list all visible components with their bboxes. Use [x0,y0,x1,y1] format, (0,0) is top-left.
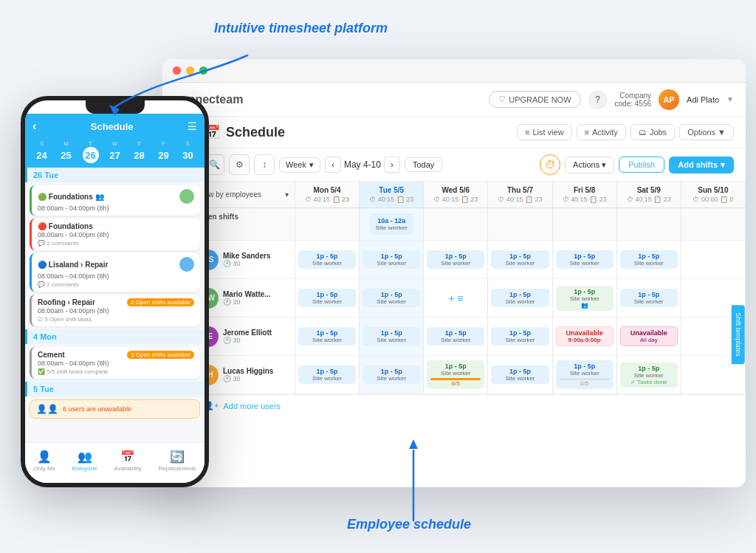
help-button[interactable]: ? [588,90,608,109]
lucas-sat[interactable]: 1p - 5p Site worker ✓ Tasks done [617,356,681,394]
mario-tue[interactable]: 1p - 5pSite worker [360,279,424,317]
lucas-wed[interactable]: 1p - 5p Site worker 6/5 [424,356,488,394]
open-shift-thu [488,208,552,240]
close-button[interactable] [173,66,181,75]
mon-label: Mon 5/4 [301,186,353,194]
mike-tue[interactable]: 1p - 5pSite worker [360,241,424,278]
employee-row-lucas: LH Lucas Higgins 🕐 30 1p - 5pSite worker… [192,356,746,394]
nav-only-me-label: Only Me [33,465,55,472]
lucas-fri[interactable]: 1p - 5p Site worker 0/5 [553,356,617,394]
filter-button[interactable]: ⚙ [229,154,250,175]
week-label: Week [286,160,306,169]
everyone-icon: 👥 [78,450,92,464]
shift-time-cement: 08:00am - 04:00pm (8h) [38,360,194,367]
jerome-wed[interactable]: 1p - 5pSite worker [424,317,488,355]
nav-only-me[interactable]: 👤 Only Me [33,450,55,472]
minimize-button[interactable] [186,66,194,75]
today-button[interactable]: Today [405,157,442,172]
calendar-strip: S24 M25 T26 W27 T28 F29 S30 [25,137,205,168]
add-more-row[interactable]: 👤+ Add more users [192,394,746,416]
mike-thu[interactable]: 1p - 5pSite worker [488,241,552,278]
phone-shift-roofing[interactable]: Roofing › Repair 2 Open shifts available… [30,295,200,326]
mario-info: Mario Watte... 🕐 30 [223,290,289,306]
phone-shift-cement[interactable]: Cement 3 Open shifts available 08:00am -… [30,347,200,379]
phone-shift-foundations-green[interactable]: 🟢 Foundations 👥 08:00am - 04:00pm (8h) [30,185,200,216]
cal-day-sat: S30 [180,140,196,163]
activity-icon: ≡ [585,128,589,137]
add-shifts-button[interactable]: Add shifts ▾ [669,157,734,174]
shift-avatar-lisaland [179,257,194,272]
phone-menu-button[interactable]: ☰ [188,120,197,132]
list-view-button[interactable]: ≡ List view [517,124,572,140]
mario-wed[interactable]: + ≡ [424,279,488,317]
mon-stats: ⏱ 40:15 📋 23 [301,196,353,203]
cal-day-thu: T28 [131,140,148,163]
jobs-button[interactable]: 🗂 Jobs [630,124,675,140]
mario-fri[interactable]: 1p - 5pSite worker👥 [553,279,617,317]
jerome-sat[interactable]: UnavailableAll day [617,317,681,355]
sort-button[interactable]: ↕ [254,154,275,175]
jerome-mon[interactable]: 1p - 5pSite worker [295,317,360,355]
maximize-button[interactable] [199,66,207,75]
wed-label: Wed 5/6 [430,186,481,194]
open-shift-tue[interactable]: 10a - 12a Site worker [360,208,424,240]
mario-mon[interactable]: 1p - 5pSite worker [295,279,360,317]
cal-day-today[interactable]: T26 [83,140,99,163]
shift-title-roofing: Roofing › Repair [38,298,95,306]
lucas-tue[interactable]: 1p - 5pSite worker [360,356,424,394]
mike-info: Mike Sanders 🕐 30 [223,252,289,267]
phone-unavailable-bar[interactable]: 👤👤 6 users are unavailable [30,399,200,419]
shift-meta-cancelled: 💬 2 comments [38,240,194,247]
schedule-grid: View by employees ▾ Mon 5/4 ⏱ 40:15 📋 23… [192,182,746,487]
list-icon: ≡ [525,128,529,137]
options-button[interactable]: Options ▼ [679,124,734,140]
app-main: 📅 Schedule ≡ List view ≡ Activity 🗂 Jobs [192,117,746,487]
next-week-button[interactable]: › [384,157,400,173]
week-selector[interactable]: Week ▾ [279,157,320,173]
lucas-name: Lucas Higgins [223,367,289,375]
lucas-mon[interactable]: 1p - 5pSite worker [295,356,360,394]
mike-wed[interactable]: 1p - 5pSite worker [424,241,488,278]
col-thu: Thu 5/7 ⏱ 40:15 📋 23 [488,182,552,207]
mario-name: Mario Watte... [223,290,289,298]
activity-button[interactable]: ≡ Activity [577,124,626,140]
mike-mon[interactable]: 1p - 5pSite worker [295,241,360,278]
mario-thu[interactable]: 1p - 5pSite worker [488,279,552,317]
page-title: Schedule [226,125,285,140]
mike-sun [681,241,746,278]
user-name: Adi Plato [687,95,719,104]
nav-replacements[interactable]: 🔄 Replacements [158,450,196,472]
mike-sat[interactable]: 1p - 5pSite worker [617,241,681,278]
lucas-thu[interactable]: 1p - 5pSite worker [488,356,552,394]
edit-shift-icon[interactable]: ≡ [457,292,463,304]
jerome-meta: 🕐 30 [223,337,289,344]
timer-icon[interactable]: ⏱ [540,154,560,175]
shift-templates-tab[interactable]: Shift templates [732,305,745,364]
upgrade-button[interactable]: ♡ UPGRADE NOW [489,91,580,108]
open-shifts-row: Open shifts 10a - 12a Site worker [192,208,746,241]
jerome-thu[interactable]: 1p - 5pSite worker [488,317,552,355]
availability-icon: 📅 [120,450,135,464]
jerome-fri[interactable]: Unavailable9:00a-5:00p [553,317,617,355]
actions-button[interactable]: Actions ▾ [565,157,614,174]
jobs-label: Jobs [650,128,667,137]
phone-shift-foundations-cancelled[interactable]: 🔴 Foundations 08:00am - 04:00pm (8h) 💬 2… [30,219,200,250]
view-selector-icon: ▾ [285,190,289,199]
shift-title-cancelled: 🔴 Foundations [38,222,194,230]
nav-availability[interactable]: 📅 Availability [114,450,142,472]
publish-button[interactable]: Publish [619,157,664,173]
nav-everyone[interactable]: 👥 Everyone [72,450,97,472]
jerome-tue[interactable]: 1p - 5pSite worker [360,317,424,355]
add-more-label: Add more users [223,402,281,411]
user-dropdown-icon[interactable]: ▼ [726,95,734,103]
mike-fri[interactable]: 1p - 5pSite worker [553,241,617,278]
add-shifts-dropdown-icon: ▾ [721,160,725,170]
open-shift-fri [553,208,617,240]
phone-shift-lisaland[interactable]: 🔵 Lisaland › Repair 08:00am - 04:00pm (8… [30,253,200,292]
shift-title-lisaland: 🔵 Lisaland › Repair [38,261,108,269]
mario-sat[interactable]: 1p - 5pSite worker [617,279,681,317]
nav-everyone-label: Everyone [72,465,97,472]
cal-day-fri: F29 [156,140,172,163]
add-shift-icon[interactable]: + [448,292,454,304]
prev-week-button[interactable]: ‹ [325,157,341,173]
